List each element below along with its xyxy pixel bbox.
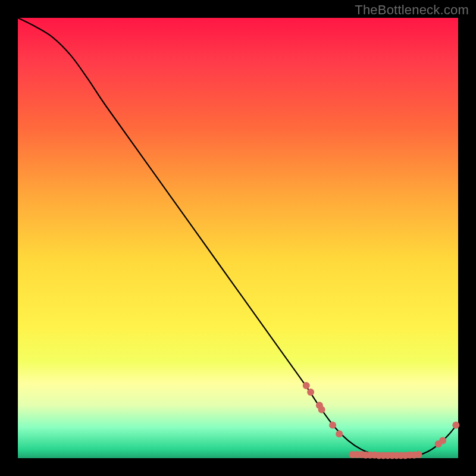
- bottleneck-curve: [18, 18, 458, 456]
- data-marker: [415, 451, 422, 458]
- data-marker: [329, 422, 336, 429]
- data-marker: [452, 422, 459, 429]
- data-marker: [307, 389, 314, 396]
- data-markers: [303, 382, 460, 459]
- chart-plot: [18, 18, 458, 458]
- data-marker: [318, 406, 325, 414]
- data-marker: [336, 430, 343, 437]
- data-marker: [439, 437, 446, 444]
- data-marker: [303, 382, 310, 389]
- watermark-text: TheBottleneck.com: [355, 2, 469, 18]
